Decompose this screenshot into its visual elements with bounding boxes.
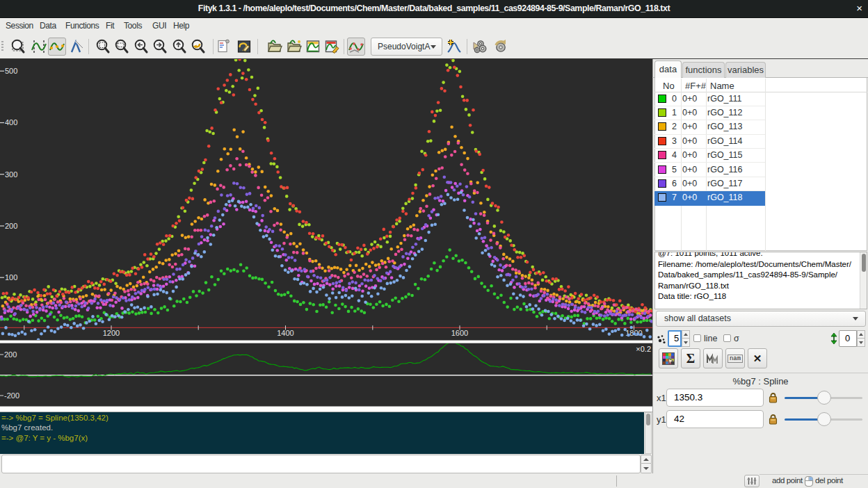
svg-text:200: 200: [4, 350, 17, 359]
svg-text:×0.2: ×0.2: [636, 345, 651, 353]
svg-text:1600: 1600: [451, 329, 468, 337]
svg-text:400: 400: [5, 118, 17, 127]
svg-text:100: 100: [5, 273, 17, 282]
svg-text:300: 300: [5, 170, 17, 179]
svg-text:1400: 1400: [277, 329, 294, 337]
svg-text:1200: 1200: [103, 329, 120, 337]
svg-text:500: 500: [5, 67, 17, 75]
svg-text:200: 200: [5, 222, 17, 230]
svg-text:-200: -200: [4, 391, 19, 400]
